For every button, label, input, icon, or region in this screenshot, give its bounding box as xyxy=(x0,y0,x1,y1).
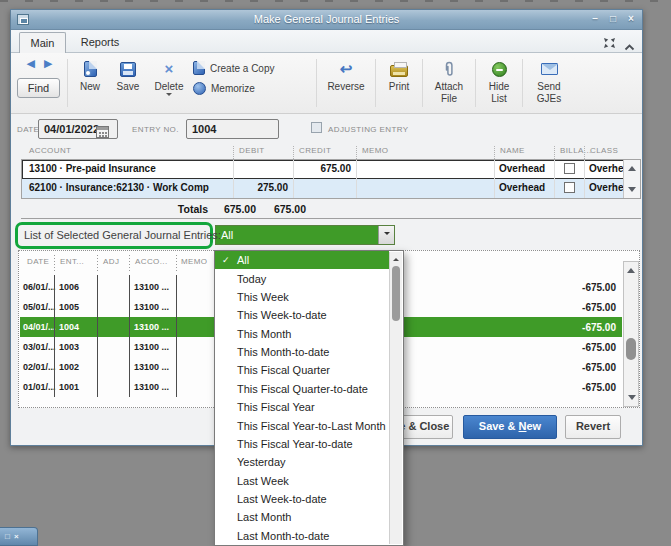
annotation-highlight: List of Selected General Journal Entries… xyxy=(15,222,213,249)
envelope-icon xyxy=(541,63,558,75)
chevron-down-icon xyxy=(384,232,390,238)
print-button[interactable]: Print xyxy=(379,57,419,92)
copy-memorize-group: Create a Copy Memorize xyxy=(191,57,313,96)
filter-dropdown-list: ✓ All Today This Week This Week-to-date … xyxy=(214,250,404,546)
find-button[interactable]: Find xyxy=(17,78,60,98)
dropdown-item[interactable]: Last Month-to-date xyxy=(215,527,389,545)
title-bar: Make General Journal Entries – □ × xyxy=(11,10,642,30)
scroll-up-icon[interactable] xyxy=(627,264,635,273)
dropdown-item[interactable]: Yesterday xyxy=(215,453,389,471)
scroll-up-icon[interactable] xyxy=(628,162,636,171)
find-previous-icon[interactable]: ◀ xyxy=(27,57,35,75)
scroll-up-icon[interactable] xyxy=(393,255,399,261)
delete-button[interactable]: × Delete xyxy=(147,57,191,99)
dropdown-item[interactable]: Today xyxy=(215,269,389,287)
attach-file-button[interactable]: Attach File xyxy=(426,57,472,104)
billable-checkbox[interactable] xyxy=(564,182,575,193)
window-title: Make General Journal Entries xyxy=(11,10,642,29)
totals-label: Totals xyxy=(108,203,208,215)
entries-header-date: DATE xyxy=(27,257,49,266)
journal-table: ACCOUNT DEBIT CREDIT MEMO NAME BILLA... … xyxy=(21,146,641,199)
memorize-bubble-icon xyxy=(193,82,206,95)
toolbar-separator xyxy=(67,59,68,107)
send-gjes-button[interactable]: Send GJEs xyxy=(526,57,572,104)
entries-header-memo: MEMO xyxy=(181,257,208,266)
dropdown-item[interactable]: Last Month xyxy=(215,508,389,526)
hide-list-minus-icon xyxy=(492,62,507,77)
copy-document-icon xyxy=(193,61,205,75)
ribbon-tabs: Main Reports xyxy=(11,30,642,53)
delete-dropdown-caret xyxy=(166,93,172,99)
dropdown-item[interactable]: This Week-to-date xyxy=(215,306,389,324)
revert-button[interactable]: Revert xyxy=(565,415,621,439)
entries-filter-combobox[interactable]: All xyxy=(215,225,395,245)
find-next-icon[interactable]: ▶ xyxy=(44,57,52,75)
dropdown-item[interactable]: This Fiscal Year-to-Last Month xyxy=(215,416,389,434)
delete-x-icon: × xyxy=(165,62,174,76)
memorize-button[interactable]: Memorize xyxy=(191,80,313,96)
dropdown-item[interactable]: This Month-to-date xyxy=(215,343,389,361)
adjusting-entry-checkbox[interactable] xyxy=(311,122,322,133)
new-document-icon xyxy=(84,61,97,77)
save-button[interactable]: Save xyxy=(109,57,147,92)
dropdown-item[interactable]: This Week xyxy=(215,288,389,306)
totals-credit: 675.00 xyxy=(246,203,306,215)
journal-row-1[interactable]: 13100 · Pre-paid Insurance 675.00 Overhe… xyxy=(22,160,625,179)
dropdown-item[interactable]: Last Week-to-date xyxy=(215,490,389,508)
scrollbar-thumb[interactable] xyxy=(626,338,636,360)
desktop: { "desktop": { "mini_restore": "□", "min… xyxy=(0,0,671,546)
journal-table-header: ACCOUNT DEBIT CREDIT MEMO NAME BILLA... … xyxy=(21,146,641,159)
combobox-arrow-button[interactable] xyxy=(378,226,394,244)
dropdown-item[interactable]: This Month xyxy=(215,325,389,343)
dropdown-scrollbar[interactable] xyxy=(389,252,402,544)
toolbar: ◀ ▶ Find New Save × Delete Create a Copy xyxy=(11,53,642,114)
toolbar-separator xyxy=(475,59,476,107)
journal-table-scrollbar[interactable] xyxy=(623,160,640,198)
maximize-button[interactable]: □ xyxy=(606,10,620,30)
create-a-copy-button[interactable]: Create a Copy xyxy=(191,60,313,76)
close-icon[interactable]: × xyxy=(14,532,20,541)
dropdown-item[interactable]: This Fiscal Quarter-to-date xyxy=(215,380,389,398)
billable-checkbox[interactable] xyxy=(564,163,575,174)
save-floppy-icon xyxy=(120,62,136,77)
close-button[interactable]: × xyxy=(624,10,638,30)
find-group: ◀ ▶ Find xyxy=(15,57,64,107)
new-button[interactable]: New xyxy=(71,57,109,92)
minimized-window-titlebar[interactable]: □ × xyxy=(0,527,38,546)
tab-reports[interactable]: Reports xyxy=(69,32,131,53)
scroll-down-icon[interactable] xyxy=(628,395,636,404)
toolbar-separator xyxy=(375,59,376,107)
scroll-down-icon[interactable] xyxy=(628,187,636,196)
journal-row-2[interactable]: 62100 · Insurance:62130 · Work Comp 275.… xyxy=(22,179,625,198)
entry-no-label: ENTRY NO. xyxy=(132,125,179,134)
entry-no-field[interactable]: 1004 xyxy=(186,119,279,139)
desktop-ticks xyxy=(0,0,671,2)
scrollbar-thumb[interactable] xyxy=(392,266,400,321)
paperclip-icon xyxy=(443,61,455,78)
combobox-value: All xyxy=(216,226,394,244)
tab-main[interactable]: Main xyxy=(19,32,66,53)
calendar-icon[interactable] xyxy=(96,126,109,138)
undock-window-icon[interactable] xyxy=(603,35,616,53)
entries-header-acco: ACCO... xyxy=(135,257,168,266)
entries-list-scrollbar[interactable] xyxy=(623,261,639,407)
entries-header-ent: ENT... xyxy=(60,257,84,266)
entries-list-label: List of Selected General Journal Entries… xyxy=(18,225,210,246)
date-field[interactable]: 04/01/2022 xyxy=(38,119,118,139)
adjusting-entry-label: ADJUSTING ENTRY xyxy=(328,125,409,134)
dropdown-item[interactable]: This Fiscal Year xyxy=(215,398,389,416)
hide-list-button[interactable]: Hide List xyxy=(479,57,519,104)
toolbar-separator xyxy=(422,59,423,107)
restore-icon[interactable]: □ xyxy=(5,532,11,541)
save-and-new-button[interactable]: Save & New xyxy=(463,415,557,439)
dropdown-item[interactable]: This Fiscal Quarter xyxy=(215,361,389,379)
check-icon: ✓ xyxy=(222,255,230,265)
reverse-button[interactable]: ↩ Reverse xyxy=(320,57,372,92)
totals-row: Totals 675.00 675.00 xyxy=(21,203,641,219)
dropdown-item[interactable]: This Fiscal Year-to-date xyxy=(215,435,389,453)
entries-header-adj: ADJ xyxy=(103,257,119,266)
printer-icon xyxy=(390,65,408,77)
minimize-button[interactable]: – xyxy=(588,10,602,30)
dropdown-item-all[interactable]: ✓ All xyxy=(215,251,389,269)
dropdown-item[interactable]: Last Week xyxy=(215,472,389,490)
